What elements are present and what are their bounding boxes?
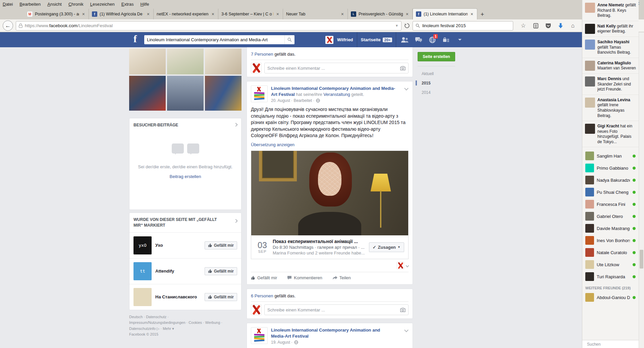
browser-tab[interactable]: i.Preisvergleich - Günstige ...× (348, 9, 413, 19)
likes-count-link[interactable]: 7 Personen (251, 52, 273, 57)
menu-item-datei[interactable]: Datei (3, 2, 13, 7)
chat-friend-row[interactable]: Nadya Bakuradze (582, 174, 639, 186)
facebook-search-button[interactable] (284, 35, 294, 44)
chat-friend-row[interactable]: Abdoul-Ganiou Derm... (582, 291, 639, 303)
like-button[interactable]: Gefällt mir (205, 241, 237, 249)
photo-thumbnail[interactable] (129, 76, 166, 111)
ticker-story[interactable]: Gigi Kracht hat ein neues Foto hinzugefü… (582, 121, 639, 147)
browser-tab[interactable]: netEX - networked experience ...× (154, 9, 218, 19)
photo-thumbnail[interactable] (129, 49, 166, 74)
comment-input[interactable] (264, 304, 409, 315)
tab-close-icon[interactable]: × (470, 11, 474, 17)
liked-page-logo[interactable]: tt (133, 262, 152, 280)
chat-friend-row[interactable]: Pu Shuai Cheng (582, 186, 639, 198)
messages-icon[interactable] (414, 32, 424, 47)
back-button[interactable]: ← (3, 20, 13, 31)
camera-icon[interactable] (400, 308, 406, 312)
home-link[interactable]: Startseite20+ (361, 37, 392, 42)
comment-input[interactable] (264, 63, 409, 73)
comment-action-button[interactable]: Kommentieren (287, 275, 322, 280)
ticker-story[interactable]: Sachiko Hayashi gefällt Tamas Banovichs … (582, 37, 639, 58)
like-button[interactable]: Gefällt mir (205, 267, 237, 275)
post-timestamp[interactable]: 19. August · (271, 340, 392, 345)
reading-list-icon[interactable] (532, 23, 539, 28)
chat-search-input[interactable] (587, 342, 639, 347)
page-name-link[interactable]: Linoleum International Contemporary Anim… (271, 328, 380, 339)
url-dropdown-icon[interactable]: ▼ (395, 24, 398, 27)
photo-thumbnail[interactable] (167, 76, 204, 111)
ticker-story[interactable]: Anne Niemetz gefällt Richard B. Keys Bei… (582, 0, 639, 21)
timeline-item-2015[interactable]: 2015 (418, 78, 455, 88)
chevron-right-icon[interactable] (234, 123, 237, 126)
browser-tab[interactable]: 3-6 September – Kiev | C o l o ...× (218, 9, 283, 19)
tab-close-icon[interactable]: × (211, 11, 215, 17)
profile-name-link[interactable]: Wilfried (337, 37, 353, 42)
browser-tab[interactable]: MPosteingang (3.300) - agri...× (24, 9, 89, 19)
ticker-story[interactable]: Anastasia Levina gefällt Irene Shablovsk… (582, 95, 639, 121)
chat-friend-row[interactable]: Primo Gabbiano (582, 162, 639, 174)
menu-item-chronik[interactable]: Chronik (68, 2, 84, 7)
footer-line[interactable]: Deutsch · Datenschutz · (129, 314, 241, 320)
chat-friend-row[interactable]: Turi Rapisarda (582, 271, 639, 283)
shared-event-attachment[interactable]: 03 SEP Показ експериментальної анімації … (251, 151, 409, 259)
menu-item-lesezeichen[interactable]: Lesezeichen (90, 2, 115, 7)
tab-close-icon[interactable]: × (82, 11, 86, 17)
translate-link[interactable]: Übersetzung anzeigen (251, 142, 409, 147)
download-icon[interactable] (557, 23, 564, 28)
camera-icon[interactable] (400, 66, 406, 70)
liked-page-logo[interactable]: yxO (133, 236, 152, 254)
tab-close-icon[interactable]: × (405, 11, 409, 17)
chat-friend-row[interactable]: Ute Litzkow (582, 258, 639, 271)
photo-thumbnail[interactable] (205, 49, 241, 74)
browser-tab[interactable]: f(1) Linoleum International...× (413, 8, 477, 19)
facebook-search-input[interactable] (144, 37, 284, 42)
chevron-right-icon[interactable] (234, 219, 237, 223)
browser-search-field[interactable]: linoleum festival 2015 (413, 21, 513, 31)
share-action-button[interactable]: Teilen (332, 275, 351, 280)
new-tab-button[interactable]: + (477, 9, 487, 19)
create-post-link[interactable]: Beitrag erstellen (129, 174, 241, 195)
browser-tab[interactable]: Neuer Tab× (283, 9, 348, 19)
chat-friend-row[interactable]: Sanglim Han (582, 150, 639, 162)
chat-friend-row[interactable]: Natale Curatolo (582, 246, 639, 258)
menu-item-hilfe[interactable]: Hilfe (141, 2, 149, 7)
ticker-story[interactable]: Marc Dennis und Skander Zekri sind jetzt… (582, 74, 639, 95)
chat-friend-row[interactable]: Gabriel Otero (582, 210, 639, 222)
timeline-item-2014[interactable]: 2014 (418, 88, 455, 97)
sharer-page-logo[interactable] (397, 262, 404, 269)
post-timestamp[interactable]: 20. August · Bearbeitet · (271, 98, 409, 103)
page-scrollbar[interactable] (639, 32, 644, 348)
tab-close-icon[interactable]: × (276, 11, 280, 17)
pocket-icon[interactable] (545, 23, 551, 28)
footer-line[interactable]: Datenschutzinfo ▷ · Mehr ▾ (129, 326, 241, 332)
event-image[interactable] (251, 151, 408, 235)
facebook-search-box[interactable] (144, 35, 294, 44)
footer-line[interactable]: Facebook © 2015 (129, 332, 241, 338)
ticker-story[interactable]: Caterina Magliulo Maarten van Severen (582, 58, 639, 74)
chat-friend-row[interactable]: Francesca Fini (582, 198, 639, 210)
comment-input-field[interactable] (267, 66, 400, 71)
notifications-globe-icon[interactable]: 1 (427, 32, 437, 47)
account-menu-caret[interactable] (455, 32, 465, 47)
profile-avatar[interactable] (325, 36, 333, 44)
menu-item-bearbeiten[interactable]: Bearbeiten (19, 2, 41, 7)
create-page-button[interactable]: Seite erstellen (418, 52, 455, 61)
chat-friend-row[interactable]: Davide Mastrangelo (582, 222, 639, 234)
chat-search-bar[interactable]: ⚙ ✎ (582, 340, 639, 348)
home-icon[interactable]: ⌂ (570, 22, 576, 29)
share-options-caret[interactable] (406, 264, 409, 267)
likes-count-link[interactable]: 6 Personen (251, 293, 273, 298)
friend-requests-icon[interactable] (400, 32, 410, 47)
rsvp-button[interactable]: ✓ Zusagen ▼ (369, 242, 404, 252)
page-avatar[interactable] (251, 85, 268, 102)
timeline-item-aktuell[interactable]: Aktuell (418, 69, 455, 78)
event-link[interactable]: Veranstaltung (323, 92, 350, 97)
tab-close-icon[interactable]: × (146, 11, 150, 17)
footer-line[interactable]: Impressum/Nutzungsbedingungen · Cookies … (129, 320, 241, 326)
menu-item-ansicht[interactable]: Ansicht (47, 2, 62, 7)
scrollbar-thumb[interactable] (640, 250, 643, 269)
facebook-footer-links[interactable]: Deutsch · Datenschutz ·Impressum/Nutzung… (129, 314, 241, 338)
privacy-shortcuts-icon[interactable] (441, 32, 451, 47)
ticker-story[interactable]: Nati Kelly gefällt ihr eigener Beitrag. (582, 21, 639, 37)
liked-page-logo[interactable] (133, 288, 152, 306)
